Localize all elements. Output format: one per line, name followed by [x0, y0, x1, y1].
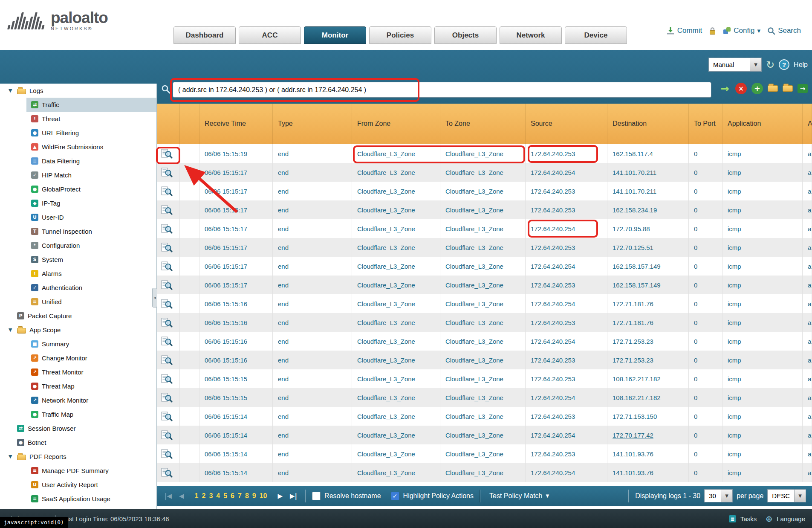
column-header-a[interactable]: A	[803, 104, 812, 144]
log-detail-magnifier-icon[interactable]	[161, 355, 173, 366]
search-button[interactable]: Search	[767, 26, 801, 35]
log-detail-magnifier-icon[interactable]	[161, 467, 173, 478]
tab-network[interactable]: Network	[500, 26, 562, 44]
tasks-button[interactable]: Tasks	[740, 515, 757, 522]
column-header-application[interactable]: Application	[722, 104, 803, 144]
page-number-10[interactable]: 10	[260, 492, 267, 500]
column-header-destination[interactable]: Destination	[607, 104, 689, 144]
log-detail-magnifier-icon[interactable]	[161, 261, 173, 272]
sidebar-item-user-activity-report[interactable]: UUser Activity Report	[0, 478, 156, 492]
page-number-8[interactable]: 8	[245, 492, 249, 500]
sidebar-collapse-handle[interactable]: ◂	[152, 288, 157, 308]
log-row[interactable]: 06/06 15:15:19endCloudflare_L3_ZoneCloud…	[157, 144, 812, 163]
export-logs-icon[interactable]: →	[798, 84, 808, 93]
log-row[interactable]: 06/06 15:15:17endCloudflare_L3_ZoneCloud…	[157, 238, 812, 257]
first-page-button[interactable]: |◀	[163, 492, 173, 500]
test-policy-match-dropdown[interactable]: Test Policy Match ▼	[487, 492, 552, 500]
sidebar-item-ip-tag[interactable]: ◆IP-Tag	[0, 196, 156, 210]
page-number-4[interactable]: 4	[216, 492, 220, 500]
sidebar-item-logs[interactable]: ▼Logs	[0, 84, 156, 98]
tab-objects[interactable]: Objects	[434, 26, 497, 44]
refresh-icon[interactable]: ↻	[766, 60, 774, 70]
sidebar-item-pdf-reports[interactable]: ▼PDF Reports	[0, 450, 156, 464]
clear-filter-icon[interactable]: ×	[735, 83, 747, 94]
sidebar-item-tunnel-inspection[interactable]: TTunnel Inspection	[0, 224, 156, 238]
sidebar-item-authentication[interactable]: ✓Authentication	[0, 281, 156, 295]
log-detail-magnifier-icon[interactable]	[161, 299, 173, 309]
log-row[interactable]: 06/06 15:15:17endCloudflare_L3_ZoneCloud…	[157, 200, 812, 219]
help-label[interactable]: Help	[794, 61, 808, 69]
prev-page-button[interactable]: ◀	[177, 492, 186, 500]
log-detail-magnifier-icon[interactable]	[161, 280, 173, 290]
sidebar-item-data-filtering[interactable]: ≡Data Filtering	[0, 154, 156, 168]
tab-monitor[interactable]: Monitor	[304, 26, 366, 44]
sidebar-item-traffic-map[interactable]: ●Traffic Map	[0, 407, 156, 421]
page-number-7[interactable]: 7	[238, 492, 242, 500]
sidebar-item-network-monitor[interactable]: ↗Network Monitor	[0, 393, 156, 407]
log-detail-magnifier-icon[interactable]	[161, 317, 173, 328]
sidebar-item-globalprotect[interactable]: ●GlobalProtect	[0, 182, 156, 196]
apply-filter-icon[interactable]: →	[719, 83, 731, 94]
lock-icon[interactable]	[709, 27, 716, 35]
sidebar-item-alarms[interactable]: !Alarms	[0, 267, 156, 281]
config-menu[interactable]: Config ▼	[723, 26, 760, 35]
next-page-button[interactable]: ▶	[276, 492, 285, 500]
log-row[interactable]: 06/06 15:15:17endCloudflare_L3_ZoneCloud…	[157, 276, 812, 294]
log-detail-magnifier-icon[interactable]	[161, 449, 173, 459]
log-detail-magnifier-icon[interactable]	[161, 186, 173, 197]
sort-order-select[interactable]: DESC ▼	[767, 489, 806, 502]
sidebar-item-saas-application-usage[interactable]: ≡SaaS Application Usage	[0, 492, 156, 506]
help-icon[interactable]: ?	[779, 59, 789, 70]
sidebar-item-traffic[interactable]: ⇄Traffic	[0, 98, 156, 112]
log-row[interactable]: 06/06 15:15:15endCloudflare_L3_ZoneCloud…	[157, 369, 812, 388]
sidebar-item-user-id[interactable]: UUser-ID	[0, 210, 156, 224]
log-detail-magnifier-icon[interactable]	[161, 148, 173, 159]
sidebar-item-threat-map[interactable]: ●Threat Map	[0, 379, 156, 393]
tab-dashboard[interactable]: Dashboard	[173, 26, 236, 44]
column-header-receive-time[interactable]: Receive Time	[199, 104, 273, 144]
log-detail-magnifier-icon[interactable]	[161, 205, 173, 215]
sidebar-item-wildfire-submissions[interactable]: ▲WildFire Submissions	[0, 140, 156, 154]
page-number-1[interactable]: 1	[195, 492, 199, 500]
log-detail-magnifier-icon[interactable]	[161, 223, 173, 234]
sidebar-item-threat-monitor[interactable]: ↗Threat Monitor	[0, 365, 156, 379]
page-number-5[interactable]: 5	[223, 492, 227, 500]
sidebar-item-botnet[interactable]: ●Botnet	[0, 435, 156, 450]
highlight-policy-checkbox[interactable]: ✓	[391, 492, 399, 500]
log-row[interactable]: 06/06 15:15:17endCloudflare_L3_ZoneCloud…	[157, 182, 812, 200]
log-row[interactable]: 06/06 15:15:16endCloudflare_L3_ZoneCloud…	[157, 294, 812, 313]
log-row[interactable]: 06/06 15:15:14endCloudflare_L3_ZoneCloud…	[157, 444, 812, 463]
tab-acc[interactable]: ACC	[239, 26, 301, 44]
sidebar-item-configuration[interactable]: *Configuration	[0, 238, 156, 252]
dropdown-arrow-icon[interactable]: ▼	[721, 490, 732, 502]
refresh-mode-select[interactable]: Manual ▼	[708, 58, 762, 72]
page-number-2[interactable]: 2	[202, 492, 205, 500]
sidebar-item-hip-match[interactable]: ✓HIP Match	[0, 168, 156, 182]
log-detail-magnifier-icon[interactable]	[161, 336, 173, 347]
sidebar-item-session-browser[interactable]: ⇄Session Browser	[0, 421, 156, 435]
log-row[interactable]: 06/06 15:15:17endCloudflare_L3_ZoneCloud…	[157, 257, 812, 276]
log-filter-input[interactable]: ( addr.src in 172.64.240.253 ) or ( addr…	[173, 82, 711, 98]
log-row[interactable]: 06/06 15:15:15endCloudflare_L3_ZoneCloud…	[157, 388, 812, 407]
page-number-6[interactable]: 6	[231, 492, 234, 500]
log-row[interactable]: 06/06 15:15:17endCloudflare_L3_ZoneCloud…	[157, 163, 812, 182]
log-row[interactable]: 06/06 15:15:16endCloudflare_L3_ZoneCloud…	[157, 332, 812, 351]
sidebar-item-url-filtering[interactable]: ●URL Filtering	[0, 126, 156, 140]
column-header-from-zone[interactable]: From Zone	[352, 104, 440, 144]
dropdown-arrow-icon[interactable]: ▼	[794, 490, 806, 502]
dropdown-arrow-icon[interactable]: ▼	[750, 58, 761, 71]
log-detail-magnifier-icon[interactable]	[161, 242, 173, 253]
save-filter-icon[interactable]	[768, 85, 778, 92]
tab-device[interactable]: Device	[565, 26, 627, 44]
column-header-source[interactable]: Source	[526, 104, 607, 144]
add-filter-icon[interactable]: +	[751, 83, 763, 94]
sidebar-item-change-monitor[interactable]: ↗Change Monitor	[0, 351, 156, 365]
log-row[interactable]: 06/06 15:15:14endCloudflare_L3_ZoneCloud…	[157, 407, 812, 426]
log-detail-magnifier-icon[interactable]	[161, 392, 173, 403]
load-filter-icon[interactable]	[783, 85, 793, 92]
log-row[interactable]: 06/06 15:15:16endCloudflare_L3_ZoneCloud…	[157, 351, 812, 369]
log-detail-magnifier-icon[interactable]	[161, 167, 173, 178]
commit-button[interactable]: Commit	[666, 26, 702, 35]
per-page-select[interactable]: 30 ▼	[704, 489, 733, 502]
resolve-hostname-checkbox[interactable]	[312, 492, 321, 500]
